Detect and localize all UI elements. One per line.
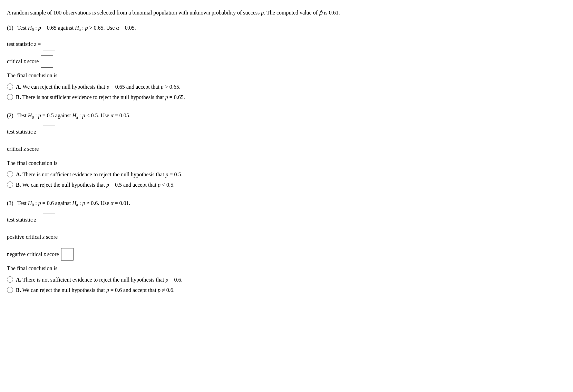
problem-3-pos-critical-row: positive critical z score xyxy=(7,231,566,243)
problem-3-neg-critical-label: negative critical z score xyxy=(7,251,59,257)
problem-1-radio-a[interactable] xyxy=(7,84,13,90)
problem-1-critical-score-label: critical z score xyxy=(7,58,39,65)
problem-3-pos-critical-input[interactable] xyxy=(60,231,72,243)
problem-2-header: (2) Test H0 : p = 0.5 against Ha : p < 0… xyxy=(7,111,566,121)
problem-2-critical-score-row: critical z score xyxy=(7,143,566,155)
problem-3-block: (3) Test H0 : p = 0.6 against Ha : p ≠ 0… xyxy=(7,199,566,294)
problem-1-test-statistic-row: test statistic z = xyxy=(7,38,566,50)
problem-1-option-b[interactable]: B. There is not sufficient evidence to r… xyxy=(7,93,566,101)
problem-1-header: (1) Test H0 : p = 0.65 against Ha : p > … xyxy=(7,23,566,33)
problem-3-radio-a[interactable] xyxy=(7,276,13,283)
problem-1-option-b-text: B. There is not sufficient evidence to r… xyxy=(16,93,185,101)
problem-3-neg-critical-row: negative critical z score xyxy=(7,248,566,261)
problem-3-conclusion-label: The final conclusion is xyxy=(7,265,566,272)
problem-2-conclusion-label: The final conclusion is xyxy=(7,160,566,166)
problem-1-test-statistic-label: test statistic z = xyxy=(7,41,41,47)
problem-1-critical-score-row: critical z score xyxy=(7,55,566,68)
problem-2-test-statistic-input[interactable] xyxy=(43,126,55,138)
problem-3-test-statistic-label: test statistic z = xyxy=(7,217,41,223)
intro-block: A random sample of 100 observations is s… xyxy=(7,8,566,17)
problem-2-options: A. There is not sufficient evidence to r… xyxy=(7,170,566,189)
problem-3-header: (3) Test H0 : p = 0.6 against Ha : p ≠ 0… xyxy=(7,199,566,208)
problem-2-test-statistic-label: test statistic z = xyxy=(7,129,41,135)
problem-3-options: A. There is not sufficient evidence to r… xyxy=(7,276,566,294)
problem-1-options: A. We can reject the null hypothesis tha… xyxy=(7,83,566,101)
problem-2-block: (2) Test H0 : p = 0.5 against Ha : p < 0… xyxy=(7,111,566,189)
problem-3-option-a[interactable]: A. There is not sufficient evidence to r… xyxy=(7,276,566,284)
problem-2-radio-b[interactable] xyxy=(7,182,13,188)
problem-2-test-statistic-row: test statistic z = xyxy=(7,126,566,138)
problem-2-radio-a[interactable] xyxy=(7,171,13,177)
problem-2-option-a[interactable]: A. There is not sufficient evidence to r… xyxy=(7,170,566,179)
problem-3-test-statistic-input[interactable] xyxy=(43,214,55,226)
problem-2-option-a-text: A. There is not sufficient evidence to r… xyxy=(16,170,183,179)
problem-2-critical-score-input[interactable] xyxy=(41,143,53,155)
problem-3-option-b[interactable]: B. We can reject the null hypothesis tha… xyxy=(7,286,566,294)
problem-3-neg-critical-input[interactable] xyxy=(61,248,74,261)
problem-3-test-statistic-row: test statistic z = xyxy=(7,214,566,226)
problem-3-option-a-text: A. There is not sufficient evidence to r… xyxy=(16,276,183,284)
problem-2-option-b-text: B. We can reject the null hypothesis tha… xyxy=(16,181,175,189)
problem-1-option-a[interactable]: A. We can reject the null hypothesis tha… xyxy=(7,83,566,91)
problem-3-pos-critical-label: positive critical z score xyxy=(7,234,58,240)
problem-2-option-b[interactable]: B. We can reject the null hypothesis tha… xyxy=(7,181,566,189)
problem-1-option-a-text: A. We can reject the null hypothesis tha… xyxy=(16,83,181,91)
problem-3-radio-b[interactable] xyxy=(7,287,13,293)
intro-line1: A random sample of 100 observations is s… xyxy=(7,8,566,17)
problem-1-radio-b[interactable] xyxy=(7,94,13,100)
problem-2-critical-score-label: critical z score xyxy=(7,146,39,152)
problem-3-option-b-text: B. We can reject the null hypothesis tha… xyxy=(16,286,175,294)
problem-1-test-statistic-input[interactable] xyxy=(43,38,55,50)
problem-1-conclusion-label: The final conclusion is xyxy=(7,72,566,79)
problem-1-critical-score-input[interactable] xyxy=(41,55,53,68)
problem-1-block: (1) Test H0 : p = 0.65 against Ha : p > … xyxy=(7,23,566,101)
